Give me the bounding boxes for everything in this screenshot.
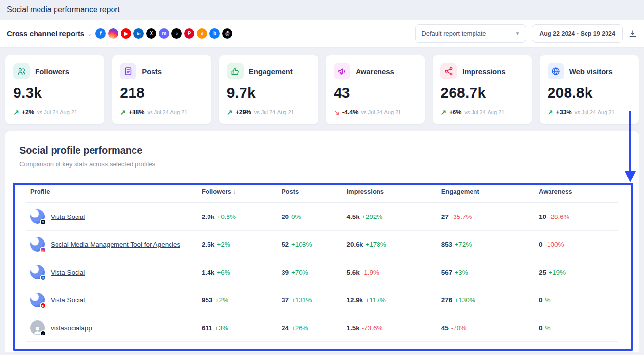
- profile-link[interactable]: vistasocialapp: [51, 324, 92, 332]
- impressions-cell: 1.5k-73.6%: [342, 314, 437, 342]
- profile-link[interactable]: Vista Social: [51, 213, 85, 220]
- kpi-card-awareness: Awareness43↘-4.4%vs Jul 24-Aug 21: [325, 55, 425, 124]
- posts-value: 20: [282, 213, 289, 220]
- kpi-row: Followers9.3k↗+2%vs Jul 24-Aug 21Posts21…: [0, 48, 644, 125]
- table-header-row: ProfileFollowers↓PostsImpressionsEngagem…: [26, 179, 618, 203]
- posts-icon: [120, 63, 136, 79]
- profile-link[interactable]: Social Media Management Tool for Agencie…: [51, 241, 180, 248]
- mastodon-icon[interactable]: m: [159, 28, 169, 39]
- kpi-compare-label: vs Jul 24-Aug 21: [147, 109, 187, 115]
- toolbar-right: Default report template ▼ Aug 22 2024 - …: [415, 24, 637, 43]
- trend-up-icon: ↗: [13, 108, 19, 116]
- x-icon[interactable]: X: [146, 28, 156, 39]
- followers-change: +2%: [217, 241, 230, 248]
- awareness-value: 0: [539, 296, 543, 304]
- kpi-change: +88%: [129, 109, 144, 116]
- posts-change: +70%: [291, 269, 308, 276]
- kpi-foot: ↗+29%vs Jul 24-Aug 21: [227, 108, 310, 116]
- section-title: Social profile performance: [19, 145, 625, 156]
- linkedin-icon[interactable]: in: [133, 28, 144, 39]
- followers-change: +6%: [217, 269, 230, 276]
- awareness-change: %: [545, 324, 551, 332]
- kpi-card-engagement: Engagement9.7k↗+29%vs Jul 24-Aug 21: [219, 55, 319, 124]
- instagram-badge-icon: [40, 247, 46, 253]
- column-header-engagement[interactable]: Engagement: [437, 179, 535, 203]
- engagement-value: 45: [441, 324, 449, 332]
- column-header-profile[interactable]: Profile: [26, 179, 198, 203]
- trend-down-icon: ↘: [334, 108, 340, 116]
- posts-change: +108%: [291, 241, 312, 248]
- date-range-picker[interactable]: Aug 22 2024 - Sep 19 2024: [532, 24, 623, 43]
- column-header-awareness[interactable]: Awareness: [535, 179, 618, 203]
- kpi-label: Followers: [35, 67, 69, 76]
- profile-avatar: in: [30, 265, 45, 279]
- profile-avatar: [30, 237, 45, 252]
- awareness-change: +19%: [549, 269, 566, 276]
- download-button[interactable]: [628, 29, 637, 38]
- followers-value: 2.9k: [202, 213, 214, 220]
- engagement-cell: 27-35.7%: [437, 203, 535, 231]
- profile-link[interactable]: Vista Social: [51, 296, 85, 304]
- kpi-head: Posts: [120, 63, 203, 79]
- profile-avatar: ▶: [30, 293, 45, 307]
- impressions-value: 12.9k: [346, 296, 363, 304]
- posts-value: 52: [282, 241, 289, 248]
- followers-icon: [13, 63, 30, 79]
- report-type-selector[interactable]: Cross channel reports: [7, 29, 84, 38]
- followers-cell: 1.4k+6%: [198, 258, 278, 286]
- trend-up-icon: ↗: [548, 108, 553, 116]
- instagram-icon[interactable]: [108, 28, 118, 39]
- kpi-label: Awareness: [356, 67, 394, 76]
- kpi-foot: ↗+6%vs Jul 24-Aug 21: [440, 108, 524, 116]
- posts-change: +131%: [291, 296, 312, 304]
- pinterest-icon[interactable]: P: [184, 28, 194, 39]
- kpi-label: Engagement: [249, 67, 293, 76]
- awareness-change: %: [545, 296, 551, 304]
- profile-cell: ▶Vista Social: [26, 286, 198, 314]
- threads-icon[interactable]: @: [222, 28, 232, 39]
- awareness-value: 25: [539, 269, 546, 276]
- engagement-value: 276: [441, 296, 453, 304]
- report-toolbar: Cross channel reports ⌄ f▶inXm♪Pılb@ Def…: [0, 20, 644, 48]
- download-icon: [628, 29, 637, 38]
- followers-cell: 953+2%: [198, 286, 278, 314]
- column-header-posts[interactable]: Posts: [278, 179, 343, 203]
- facebook-icon[interactable]: f: [95, 28, 106, 39]
- kpi-value: 43: [334, 84, 417, 101]
- trend-up-icon: ↗: [120, 108, 126, 116]
- awareness-value: 0: [539, 241, 543, 248]
- posts-cell: 39+70%: [278, 258, 343, 286]
- youtube-badge-icon: ▶: [40, 302, 46, 309]
- profile-avatar: X: [30, 209, 45, 224]
- column-header-impressions[interactable]: Impressions: [342, 179, 437, 203]
- posts-cell: 52+108%: [278, 231, 343, 258]
- impressions-cell: 5.6k-1.9%: [342, 258, 437, 286]
- impressions-cell: 12.9k+117%: [342, 286, 437, 314]
- kpi-compare-label: vs Jul 24-Aug 21: [361, 109, 401, 115]
- engagement-change: +130%: [455, 296, 475, 304]
- web-icon: [548, 63, 564, 79]
- profile-link[interactable]: Vista Social: [51, 269, 85, 276]
- impressions-change: +178%: [365, 241, 386, 248]
- tiktok-badge-icon: ♪: [40, 330, 46, 336]
- column-header-followers[interactable]: Followers↓: [198, 179, 278, 203]
- tiktok-icon[interactable]: ♪: [171, 28, 182, 39]
- kpi-change: +6%: [449, 109, 461, 116]
- kpi-card-followers: Followers9.3k↗+2%vs Jul 24-Aug 21: [5, 55, 105, 124]
- table-row: Social Media Management Tool for Agencie…: [26, 231, 618, 258]
- kpi-compare-label: vs Jul 24-Aug 21: [464, 109, 504, 115]
- youtube-icon[interactable]: ▶: [121, 28, 131, 39]
- kpi-head: Web visitors: [548, 63, 631, 79]
- kpi-foot: ↗+2%vs Jul 24-Aug 21: [13, 108, 96, 116]
- table-row: inVista Social1.4k+6%39+70%5.6k-1.9%567+…: [26, 258, 618, 286]
- engagement-cell: 567+3%: [437, 258, 535, 286]
- report-template-value: Default report template: [421, 30, 486, 37]
- google-business-icon[interactable]: ıl: [197, 28, 207, 39]
- bluesky-icon[interactable]: b: [209, 28, 220, 39]
- kpi-value: 268.7k: [440, 84, 524, 101]
- kpi-head: Engagement: [227, 63, 310, 79]
- kpi-head: Awareness: [334, 63, 417, 79]
- x-badge-icon: X: [40, 219, 46, 225]
- impressions-value: 1.5k: [346, 324, 359, 332]
- report-template-select[interactable]: Default report template ▼: [415, 24, 526, 43]
